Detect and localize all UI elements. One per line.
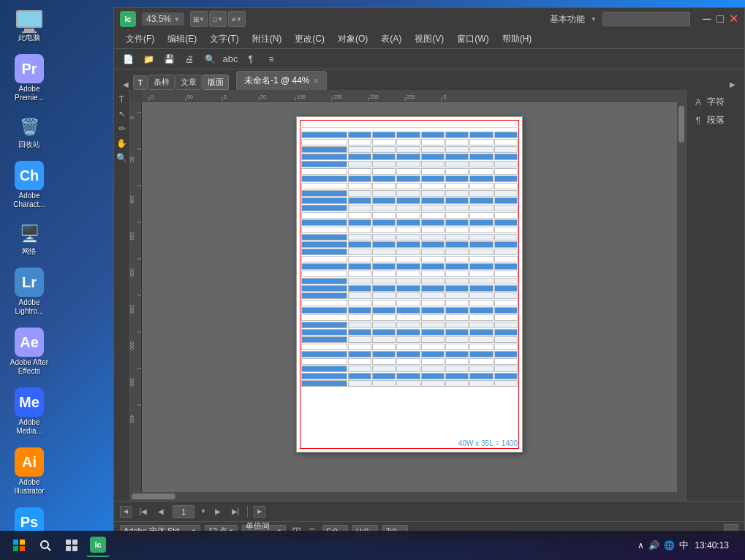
prev-page-btn[interactable]: ◀	[155, 506, 167, 518]
layout-mode-btn[interactable]: 版面	[203, 75, 229, 90]
window-controls: ─ □ ✕	[702, 14, 738, 24]
desktop-icons: 此电脑 Pr Adobe Premie... 🗑️ 回收站 Ch Adobe C…	[0, 0, 58, 560]
minimize-button[interactable]: ─	[702, 14, 712, 24]
menu-table[interactable]: 表(A)	[375, 31, 407, 47]
taskbar-incopy-icon: Ic	[90, 537, 106, 553]
menu-view[interactable]: 视图(V)	[409, 31, 450, 47]
article-mode-btn[interactable]: 文章	[175, 75, 202, 90]
svg-text:0: 0	[224, 94, 227, 99]
expand-btn-right-bottom[interactable]: ▶	[254, 506, 265, 518]
taskbar-clock[interactable]: 13:40:13	[695, 540, 729, 552]
menu-object[interactable]: 对象(O)	[332, 31, 374, 47]
view-mode-btn-2[interactable]: □▼	[209, 11, 227, 27]
scrollbar-horizontal[interactable]	[130, 492, 686, 501]
svg-text:150: 150	[130, 232, 135, 241]
taskbar-taskview-btn[interactable]	[60, 534, 83, 557]
input-method-label[interactable]: 中	[679, 539, 689, 552]
start-button[interactable]	[7, 534, 31, 557]
spell-btn[interactable]: abc	[222, 52, 238, 67]
desktop-icon-character[interactable]: Ch Adobe Charact...	[3, 158, 56, 212]
search-box[interactable]	[602, 12, 690, 26]
workspace-chevron-icon: ▼	[591, 16, 597, 23]
desktop-icon-recycle[interactable]: 🗑️ 回收站	[3, 111, 56, 152]
document-canvas[interactable]: 40W x 35L = 1400	[142, 102, 677, 492]
desktop-icon-lightroom[interactable]: Lr Adobe Lightro...	[3, 265, 56, 319]
table-row	[301, 373, 518, 379]
app-logo: Ic	[120, 11, 136, 27]
desktop-icon-network[interactable]: 🖥️ 网络	[3, 218, 56, 259]
tool-arrow[interactable]: ↖	[116, 107, 129, 121]
tool-select[interactable]: T	[116, 93, 129, 106]
tab-document[interactable]: 未命名-1 @ 44% ✕	[236, 71, 327, 90]
panel-item-paragraph[interactable]: ¶ 段落	[692, 114, 738, 126]
panel-item-character[interactable]: A 字符	[692, 96, 738, 108]
premiere-icon: Pr	[15, 54, 44, 83]
taskbar-incopy-btn[interactable]: Ic	[86, 534, 110, 557]
save-btn[interactable]: 💾	[161, 52, 177, 67]
separator-1	[247, 506, 248, 518]
tray-audio-icon[interactable]: 🔊	[648, 540, 659, 550]
menu-text[interactable]: 文字(T)	[204, 31, 244, 47]
menu-help[interactable]: 帮助(H)	[496, 31, 538, 47]
table-row	[301, 227, 518, 233]
svg-rect-46	[66, 546, 71, 551]
menu-file[interactable]: 文件(F)	[120, 31, 160, 47]
table-row	[301, 366, 518, 372]
menu-edit[interactable]: 编辑(E)	[162, 31, 203, 47]
search-btn[interactable]: 🔍	[202, 52, 218, 67]
svg-text:0: 0	[151, 94, 154, 99]
svg-text:350: 350	[130, 378, 135, 387]
scrollbar-vertical[interactable]	[677, 102, 686, 492]
svg-text:150: 150	[333, 94, 342, 99]
tab-close-btn[interactable]: ✕	[313, 77, 319, 85]
next-page-btn[interactable]: ▶	[212, 506, 224, 518]
taskbar-search-btn[interactable]	[34, 534, 57, 557]
scrollbar-h-thumb[interactable]	[132, 493, 175, 499]
table-row	[301, 256, 518, 262]
view-mode-btn-3[interactable]: ≡▼	[228, 11, 246, 27]
svg-text:50: 50	[260, 94, 266, 99]
maximize-button[interactable]: □	[715, 14, 725, 24]
menu-notes[interactable]: 附注(N)	[246, 31, 288, 47]
tray-network-icon[interactable]: 🌐	[664, 540, 675, 550]
tool-hand[interactable]: ✋	[116, 137, 129, 150]
para-btn[interactable]: ¶	[243, 52, 259, 67]
close-button[interactable]: ✕	[728, 14, 738, 24]
view-mode-btn-1[interactable]: ⊞▼	[190, 11, 208, 27]
text-mode-btn[interactable]: T	[133, 75, 148, 90]
zoom-chevron-icon: ▼	[174, 16, 180, 23]
page: 40W x 35L = 1400	[296, 116, 523, 453]
tab-expand-right-btn[interactable]: ▶	[727, 79, 738, 90]
page-number-box[interactable]: 1	[173, 505, 194, 518]
tool-zoom[interactable]: 🔍	[116, 151, 129, 164]
new-doc-btn[interactable]: 📄	[120, 52, 136, 67]
desktop-icon-media[interactable]: Me Adobe Media...	[3, 385, 56, 439]
taskbar-taskview-icon	[65, 539, 78, 552]
zoom-control[interactable]: 43.5% ▼	[142, 12, 184, 26]
scrollbar-thumb[interactable]	[678, 106, 684, 143]
align-btn[interactable]: ≡	[263, 52, 279, 67]
menu-changes[interactable]: 更改(C)	[289, 31, 330, 47]
tray-caret-icon[interactable]: ∧	[638, 540, 644, 550]
expand-btn-left-bottom[interactable]: ◀	[120, 506, 132, 518]
strip-mode-btn[interactable]: 条样	[148, 75, 175, 90]
view-mode-group: ⊞▼ □▼ ≡▼	[190, 11, 246, 27]
desktop-icon-aftereffects[interactable]: Ae Adobe After Effects	[3, 325, 56, 379]
open-btn[interactable]: 📁	[140, 52, 156, 67]
table-row	[301, 139, 518, 145]
tab-expand-left-btn[interactable]: ◀	[120, 79, 132, 90]
last-page-btn[interactable]: ▶|	[230, 506, 241, 518]
table-row	[301, 285, 518, 292]
table-row	[301, 161, 518, 167]
first-page-btn[interactable]: |◀	[137, 506, 149, 518]
table-row	[301, 300, 518, 306]
desktop-icon-premiere[interactable]: Pr Adobe Premie...	[3, 51, 56, 105]
print-btn[interactable]: 🖨	[181, 52, 197, 67]
menu-window[interactable]: 窗口(W)	[451, 31, 494, 47]
table-row	[301, 219, 518, 226]
page-dropdown[interactable]: ▼	[200, 508, 206, 515]
desktop-icon-illustrator[interactable]: Ai Adobe Illustrator	[3, 444, 56, 499]
desktop-icon-computer[interactable]: 此电脑	[3, 7, 56, 45]
desktop-icon-computer-label: 此电脑	[18, 34, 40, 42]
tool-pen[interactable]: ✏	[116, 122, 129, 135]
